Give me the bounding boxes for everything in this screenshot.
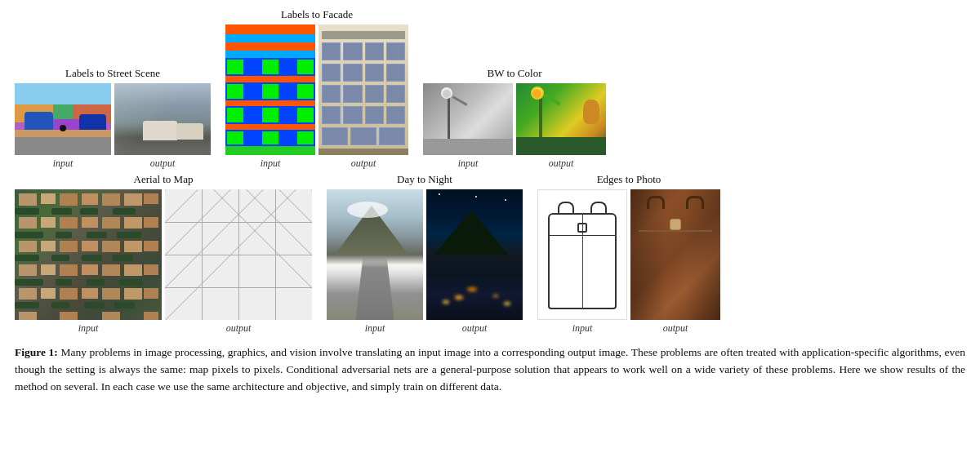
title-bw-color: BW to Color (488, 67, 542, 80)
aerial-input-label: input (78, 322, 99, 335)
block-facade-input: input (225, 24, 315, 170)
street-output-label: output (150, 158, 176, 170)
block-street-output: output (114, 83, 211, 170)
title-aerial-map: Aerial to Map (134, 173, 194, 186)
figures-area: Labels to Street Scene (15, 8, 965, 396)
night-output-label: output (462, 322, 488, 335)
block-night-output: output (426, 189, 523, 335)
top-row: Labels to Street Scene (15, 8, 965, 170)
pair-bw-color: input output (423, 83, 606, 170)
edges-input-image (537, 189, 627, 320)
caption-bold: Figure 1: (15, 346, 58, 358)
pair-labels-street: input output (15, 83, 211, 170)
pair-aerial-map: input (15, 189, 312, 335)
night-output-image (426, 189, 523, 320)
photo-output-image (630, 189, 720, 320)
edges-input-label: input (572, 322, 593, 335)
map-output-image (165, 189, 312, 320)
street-input-label: input (53, 158, 74, 170)
block-photo-output: output (630, 189, 720, 335)
group-bw-color: BW to Color input (423, 67, 606, 170)
pair-day-night: input (327, 189, 523, 335)
facade-output-label: output (351, 158, 376, 170)
map-output-label: output (226, 322, 252, 335)
pair-labels-facade: input (225, 24, 408, 170)
block-color-output: output (516, 83, 606, 170)
group-aerial-map: Aerial to Map (15, 173, 312, 335)
title-day-night: Day to Night (397, 173, 452, 186)
pair-edges-photo: input (537, 189, 720, 335)
day-input-image (327, 189, 423, 320)
facade-output-image (318, 24, 408, 155)
block-bw-input: input (423, 83, 513, 170)
photo-output-label: output (663, 322, 688, 335)
aerial-input-image (15, 189, 162, 320)
title-labels-street: Labels to Street Scene (65, 67, 160, 80)
day-input-label: input (365, 322, 385, 335)
street-output-image (114, 83, 211, 155)
block-map-output: output (165, 189, 312, 335)
block-day-input: input (327, 189, 423, 335)
group-labels-street: Labels to Street Scene (15, 67, 211, 170)
caption-text: Many problems in image processing, graph… (15, 346, 965, 393)
group-edges-photo: Edges to Photo (537, 173, 720, 335)
group-day-night: Day to Night input (327, 173, 523, 335)
block-street-input: input (15, 83, 111, 170)
figure-caption: Figure 1: Many problems in image process… (15, 344, 965, 396)
facade-input-label: input (261, 158, 281, 170)
facade-input-image (225, 24, 315, 155)
block-facade-output: output (318, 24, 408, 170)
title-edges-photo: Edges to Photo (597, 173, 662, 186)
bw-input-label: input (458, 158, 479, 170)
bw-input-image (423, 83, 513, 155)
block-aerial-input: input (15, 189, 162, 335)
color-output-image (516, 83, 606, 155)
main-container: Labels to Street Scene (0, 0, 980, 407)
street-input-image (15, 83, 111, 155)
group-labels-facade: Labels to Facade (225, 8, 408, 170)
bottom-row: Aerial to Map (15, 173, 965, 335)
block-edges-input: input (537, 189, 627, 335)
color-output-label: output (549, 158, 574, 170)
title-labels-facade: Labels to Facade (281, 8, 353, 21)
